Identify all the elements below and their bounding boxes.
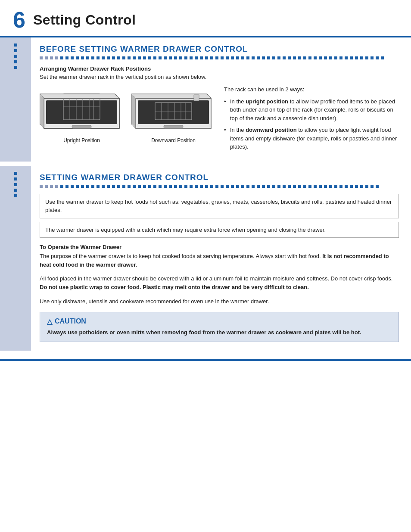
divider-dot [303, 56, 306, 59]
divider-dot [267, 185, 270, 188]
dot3 [14, 55, 17, 58]
divider-dot [86, 185, 89, 188]
divider-dot [86, 56, 89, 59]
chapter-number: 6 [13, 9, 25, 31]
chapter-header: 6 Setting Control [0, 0, 411, 37]
section1-subtext: Set the warmer drawer rack in the vertic… [40, 74, 399, 80]
svg-rect-2 [46, 100, 117, 124]
divider-dot [76, 56, 79, 59]
bullet-downward: In the downward position to allow you to… [224, 126, 399, 151]
divider-dot [267, 56, 270, 59]
para2: All food placed in the warmer drawer sho… [40, 274, 399, 292]
divider-dot [97, 56, 100, 59]
divider-dot [355, 185, 358, 188]
operate-heading: To Operate the Warmer Drawer [40, 244, 399, 250]
rack-info: The rack can be used in 2 ways: In the u… [224, 85, 399, 155]
divider-dot [283, 56, 286, 59]
divider-dot [122, 56, 125, 59]
divider-dot [71, 56, 74, 59]
divider-dot [314, 185, 317, 188]
dot1 [14, 44, 17, 47]
divider-dot [112, 56, 115, 59]
divider-dot [277, 56, 280, 59]
divider-dot [190, 56, 193, 59]
divider-dot [308, 185, 311, 188]
divider-dot [339, 185, 342, 188]
divider-dot [236, 185, 239, 188]
divider-dot [128, 56, 131, 59]
divider-dot [319, 185, 322, 188]
para3: Use only dishware, utensils and cookware… [40, 297, 399, 306]
svg-rect-12 [72, 125, 91, 128]
divider-dot [262, 56, 265, 59]
dot2 [14, 49, 17, 52]
divider-dot [339, 56, 342, 59]
svg-rect-25 [194, 95, 199, 101]
section1-dots [0, 37, 31, 69]
divider-dot [283, 185, 286, 188]
section1: BEFORE SETTING WARMER DRAWER CONTROL [0, 37, 411, 162]
svg-rect-24 [164, 125, 183, 128]
divider-dot [272, 185, 275, 188]
divider-dot [381, 56, 384, 59]
divider-dot [252, 185, 255, 188]
divider-dot [195, 185, 198, 188]
divider-dot [122, 185, 125, 188]
divider-dot [262, 185, 265, 188]
divider-dot [298, 56, 301, 59]
divider-dot [138, 56, 141, 59]
divider-dot [169, 185, 172, 188]
divider-dot [277, 185, 280, 188]
divider-dot [40, 185, 43, 188]
dot5 [14, 66, 17, 69]
divider-dot [360, 185, 363, 188]
divider-dot [329, 56, 332, 59]
bullet2-intro: In the [230, 127, 246, 133]
section2-title: SETTING WARMER DRAWER CONTROL [40, 173, 399, 182]
divider-dot [133, 185, 136, 188]
divider-dot [205, 56, 208, 59]
caution-box: △ CAUTION Always use potholders or oven … [40, 312, 399, 342]
svg-rect-14 [138, 100, 209, 124]
divider-dot [272, 56, 275, 59]
divider-dot [252, 56, 255, 59]
divider-dot [179, 185, 182, 188]
divider-dot [184, 56, 187, 59]
info2-text: The warmer drawer is equipped with a cat… [45, 227, 326, 233]
divider-dot [288, 56, 291, 59]
divider-dot [159, 56, 162, 59]
divider-dot [169, 56, 172, 59]
divider-dot [190, 185, 193, 188]
info-box-2: The warmer drawer is equipped with a cat… [40, 222, 399, 238]
divider-dot [179, 56, 182, 59]
divider-dot [55, 56, 58, 59]
section2-sidebar [0, 166, 31, 351]
caution-text: Always use potholders or oven mitts when… [47, 328, 392, 337]
section1-content: BEFORE SETTING WARMER DRAWER CONTROL [31, 37, 411, 162]
images-and-info: Upright Position [40, 85, 399, 155]
divider-dot [314, 56, 317, 59]
page: 6 Setting Control BEFORE SETTING WARMER … [0, 0, 411, 532]
divider-dot [117, 185, 120, 188]
divider-dot [117, 56, 120, 59]
divider-dot [371, 185, 374, 188]
divider-dot [107, 56, 110, 59]
divider-dot [148, 185, 151, 188]
section1-title: BEFORE SETTING WARMER DRAWER CONTROL [40, 44, 399, 54]
divider-dot [257, 56, 260, 59]
downward-label: Downward Position [151, 137, 196, 143]
divider-dot [200, 56, 203, 59]
caution-icon: △ [47, 317, 52, 326]
dot1 [14, 172, 17, 175]
divider-dot [231, 56, 234, 59]
divider-dot [159, 185, 162, 188]
dot3 [14, 183, 17, 186]
chapter-title: Setting Control [33, 12, 136, 28]
downward-drawer-svg [131, 85, 215, 135]
divider-dot [81, 185, 84, 188]
bullet2-bold: downward position [246, 127, 296, 133]
images-container: Upright Position [40, 85, 215, 143]
upright-label: Upright Position [63, 137, 100, 143]
svg-marker-10 [40, 94, 44, 128]
divider-dot [345, 185, 348, 188]
